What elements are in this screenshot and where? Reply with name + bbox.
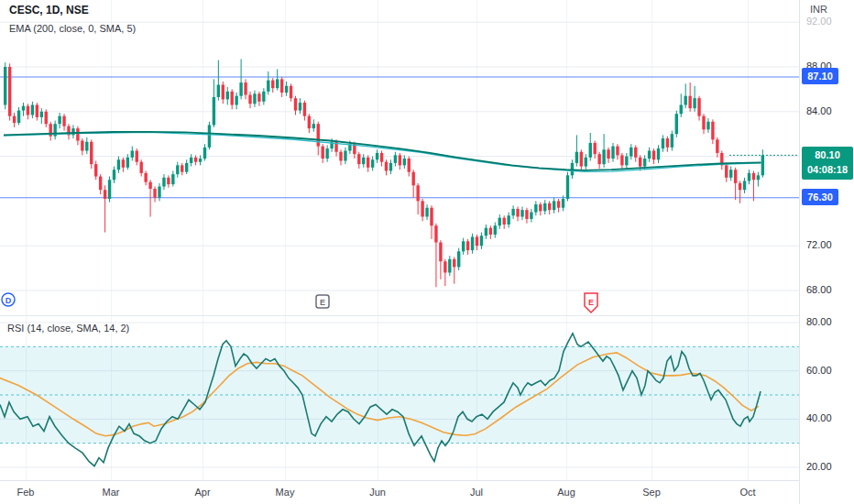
candle-body xyxy=(557,201,560,207)
candle-body xyxy=(322,147,324,159)
candle-body xyxy=(453,259,455,268)
candle-body xyxy=(85,142,88,151)
candle-body xyxy=(248,95,251,104)
candle-body xyxy=(312,124,315,128)
candle-body xyxy=(181,165,183,171)
candle-body xyxy=(308,116,311,128)
rsi-indicator-legend[interactable]: RSI (14, close, SMA, 14, 2) xyxy=(7,323,129,334)
candle-body xyxy=(761,155,764,175)
candle-body xyxy=(752,173,755,180)
candle-body xyxy=(462,241,465,251)
candle-body xyxy=(262,92,265,102)
axis-tick-40.00: 40.00 xyxy=(806,412,832,423)
time-axis-label-mar: Mar xyxy=(97,487,125,498)
candle-body xyxy=(148,182,151,189)
candle-body xyxy=(729,170,732,178)
candle-body xyxy=(280,79,283,93)
candle-body xyxy=(611,147,614,159)
candle-body xyxy=(434,225,437,242)
candle-body xyxy=(367,158,369,168)
candle-body xyxy=(226,92,229,100)
candle-body xyxy=(566,175,569,199)
axis-tick-20.00: 20.00 xyxy=(806,461,832,472)
candle-body xyxy=(27,106,29,115)
candle-body xyxy=(203,148,206,159)
candle-body xyxy=(385,162,388,171)
candle-body xyxy=(126,158,129,168)
candle-body xyxy=(253,93,256,104)
candle-body xyxy=(171,174,174,184)
candle-body xyxy=(476,236,478,246)
candle-body xyxy=(131,151,134,158)
candle-body xyxy=(153,189,156,198)
candle-body xyxy=(416,185,419,201)
candle-body xyxy=(4,67,6,104)
candle-body xyxy=(507,215,509,225)
candle-body xyxy=(13,116,16,123)
candle-body xyxy=(525,210,528,219)
ema-indicator-legend[interactable]: EMA (200, close, 0, SMA, 5) xyxy=(9,23,136,34)
price-chart-canvas[interactable]: DEE xyxy=(0,0,854,504)
candle-body xyxy=(634,148,637,158)
upcoming-earnings-marker-label: E xyxy=(588,298,594,307)
symbol-legend[interactable]: CESC, 1D, NSE xyxy=(9,4,89,16)
candle-body xyxy=(457,251,460,267)
candle-body xyxy=(597,154,600,164)
candle-body xyxy=(113,170,115,180)
candle-body xyxy=(389,163,392,171)
time-axis-label-oct: Oct xyxy=(734,487,761,498)
candle-body xyxy=(276,79,279,88)
candle-body xyxy=(616,147,619,156)
candle-body xyxy=(503,218,506,225)
candle-body xyxy=(31,104,34,115)
candle-body xyxy=(485,228,487,236)
candle-body xyxy=(45,112,48,124)
candle-body xyxy=(8,67,11,116)
bar-countdown: 04:08:18 xyxy=(802,162,853,177)
candle-body xyxy=(294,98,297,110)
candle-body xyxy=(494,225,497,235)
candle-body xyxy=(471,236,474,250)
candle-body xyxy=(543,203,546,212)
candle-body xyxy=(17,111,20,123)
candle-body xyxy=(693,98,695,108)
candle-body xyxy=(22,106,25,111)
candle-body xyxy=(530,213,532,219)
time-axis[interactable]: FebMarAprMayJunJulAugSepOct xyxy=(0,480,799,504)
candle-body xyxy=(213,97,215,126)
candle-body xyxy=(190,158,192,163)
panel-divider[interactable] xyxy=(0,315,799,316)
candle-body xyxy=(430,208,432,226)
time-axis-label-sep: Sep xyxy=(638,487,665,498)
candle-body xyxy=(40,112,43,117)
candle-body xyxy=(317,124,320,146)
candle-body xyxy=(748,173,750,181)
candle-body xyxy=(585,158,587,167)
earnings-marker-label: E xyxy=(320,298,325,307)
axis-tick-80.00: 80.00 xyxy=(806,316,832,327)
candle-body xyxy=(466,241,469,250)
candle-body xyxy=(439,243,442,262)
candle-body xyxy=(580,152,583,167)
candle-body xyxy=(380,153,383,162)
candle-body xyxy=(290,86,292,98)
candle-body xyxy=(167,178,170,184)
price-axis[interactable]: INR 92.00 87.10 80.10 04:08:18 76.30 88.… xyxy=(799,0,854,504)
candle-body xyxy=(76,128,79,140)
price-level-badge-upper: 87.10 xyxy=(802,68,838,84)
candle-body xyxy=(257,93,260,102)
candle-body xyxy=(58,116,60,125)
time-axis-label-may: May xyxy=(271,487,299,498)
candle-body xyxy=(589,143,592,158)
candle-body xyxy=(716,139,718,153)
candle-body xyxy=(688,96,691,108)
price-level-badge-lower: 76.30 xyxy=(802,189,838,205)
candle-body xyxy=(562,199,564,208)
axis-tick-84.00: 84.00 xyxy=(806,105,832,116)
candle-body xyxy=(81,141,83,151)
candle-body xyxy=(575,152,578,163)
candle-body xyxy=(108,180,111,199)
candle-body xyxy=(448,259,451,273)
candle-body xyxy=(662,138,664,148)
candle-body xyxy=(222,85,224,100)
